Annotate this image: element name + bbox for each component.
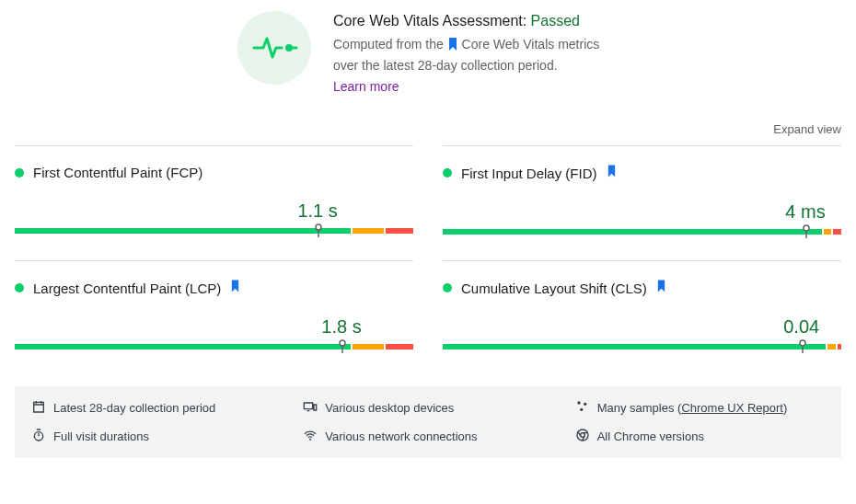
metrics-grid: First Contentful Paint (FCP)1.1 sFirst I… <box>0 145 856 375</box>
bar-segment-green <box>15 344 351 349</box>
svg-point-6 <box>340 340 345 346</box>
percentile-marker <box>803 224 808 239</box>
distribution-bar <box>15 228 413 241</box>
metric-name: First Input Delay (FID) <box>461 166 597 181</box>
metric-title-row: Largest Contentful Paint (LCP) <box>15 280 413 296</box>
assessment-header: Core Web Vitals Assessment: Passed Compu… <box>0 0 856 122</box>
calendar-icon <box>31 399 46 417</box>
assessment-status: Passed <box>531 13 580 29</box>
footer-item: Various network connections <box>303 428 552 445</box>
svg-point-8 <box>800 340 805 346</box>
assessment-subtitle: Computed from the Core Web Vitals metric… <box>333 35 619 75</box>
svg-point-11 <box>584 403 586 406</box>
title-prefix: Core Web Vitals Assessment: <box>333 13 531 29</box>
bar-segment-red <box>386 228 413 234</box>
chrome-icon <box>575 428 590 445</box>
percentile-marker <box>315 223 320 238</box>
footer-item: Various desktop devices <box>303 399 552 417</box>
status-dot <box>15 283 24 292</box>
devices-icon <box>303 399 318 417</box>
metric-value: 1.8 s <box>321 316 361 338</box>
footer-text: Latest 28-day collection period <box>53 401 215 415</box>
footer-item: Full visit durations <box>31 428 281 445</box>
bookmark-icon <box>656 280 666 296</box>
svg-point-4 <box>804 225 809 231</box>
metric-card: First Contentful Paint (FCP)1.1 s <box>15 145 413 260</box>
svg-point-2 <box>316 224 321 230</box>
metric-title-row: Cumulative Layout Shift (CLS) <box>443 280 841 296</box>
status-dot <box>443 168 452 178</box>
assessment-title: Core Web Vitals Assessment: Passed <box>333 13 619 29</box>
percentile-marker <box>339 339 344 354</box>
footer-text: Many samples (Chrome UX Report) <box>597 401 788 415</box>
bookmark-icon <box>447 37 458 56</box>
metric-card: Cumulative Layout Shift (CLS)0.04 <box>443 260 841 375</box>
timer-icon <box>31 428 46 445</box>
svg-point-14 <box>309 439 311 441</box>
status-dot <box>443 283 452 292</box>
bar-segment-red <box>838 344 841 349</box>
bar-segment-orange <box>353 344 384 349</box>
distribution-bar <box>443 344 841 357</box>
metric-name: Largest Contentful Paint (LCP) <box>33 281 221 296</box>
footer-text: All Chrome versions <box>597 430 704 443</box>
svg-point-12 <box>580 408 583 411</box>
metric-title-row: First Input Delay (FID) <box>443 165 841 181</box>
metric-value: 4 ms <box>785 201 825 223</box>
samples-icon <box>575 399 590 417</box>
metric-card: First Input Delay (FID)4 ms <box>443 145 841 260</box>
context-footer: Latest 28-day collection periodVarious d… <box>15 386 841 458</box>
bar-segment-orange <box>824 229 832 235</box>
bookmark-icon <box>607 165 617 181</box>
percentile-marker <box>799 339 804 354</box>
footer-text: Various network connections <box>325 430 477 443</box>
bookmark-icon <box>230 280 240 296</box>
learn-more-link[interactable]: Learn more <box>333 79 399 94</box>
bar-segment-green <box>15 228 351 234</box>
expand-view-button[interactable]: Expand view <box>773 122 841 136</box>
network-icon <box>303 428 318 445</box>
svg-point-10 <box>577 401 580 404</box>
bar-segment-orange <box>353 228 384 234</box>
bar-segment-green <box>443 229 822 235</box>
bar-segment-red <box>386 344 413 349</box>
footer-item: Latest 28-day collection period <box>31 399 281 417</box>
footer-item: All Chrome versions <box>575 428 825 445</box>
metric-name: First Contentful Paint (FCP) <box>33 165 202 180</box>
distribution-bar <box>15 344 413 357</box>
footer-text: Various desktop devices <box>325 401 454 415</box>
bar-segment-orange <box>827 344 836 349</box>
status-dot <box>15 168 24 178</box>
metric-value: 0.04 <box>783 316 819 338</box>
chrome-ux-report-link[interactable]: Chrome UX Report <box>681 401 783 415</box>
footer-text: Full visit durations <box>53 430 149 443</box>
metric-card: Largest Contentful Paint (LCP)1.8 s <box>15 260 413 375</box>
pulse-icon <box>237 11 311 85</box>
metric-value: 1.1 s <box>297 200 337 222</box>
bar-segment-red <box>833 229 841 235</box>
distribution-bar <box>443 229 841 242</box>
metric-name: Cumulative Layout Shift (CLS) <box>461 281 647 296</box>
metric-title-row: First Contentful Paint (FCP) <box>15 165 413 180</box>
footer-item: Many samples (Chrome UX Report) <box>575 399 825 417</box>
bar-segment-green <box>443 344 826 349</box>
